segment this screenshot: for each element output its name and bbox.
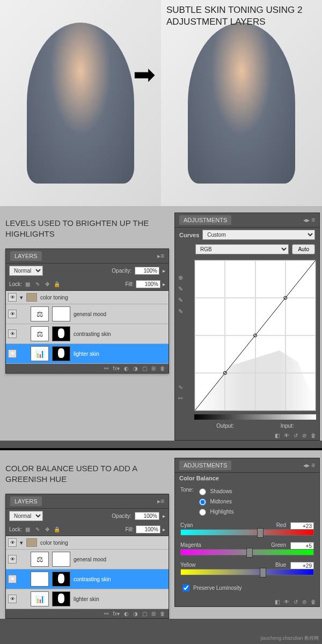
mask-icon[interactable]: ◐ xyxy=(124,365,129,371)
reset-icon[interactable]: ↺ xyxy=(294,599,298,605)
tone-midtones-radio[interactable]: Midtones xyxy=(196,497,233,506)
new-layer-icon[interactable]: ⊞ xyxy=(151,611,156,617)
adjustment-thumb[interactable]: 📊 xyxy=(31,346,49,361)
adjustment-thumb[interactable]: ⚖ xyxy=(31,306,49,321)
reset-icon[interactable]: ↺ xyxy=(294,433,298,438)
panel-menu-icon[interactable]: ▸≡ xyxy=(157,497,164,505)
group-icon[interactable]: ▢ xyxy=(142,365,147,371)
layer-item[interactable]: 👁 ⚖ contrasting skin xyxy=(6,324,169,344)
lock-brush-icon[interactable]: ✎ xyxy=(34,281,41,288)
trash-icon[interactable]: 🗑 xyxy=(160,365,165,371)
view-icon[interactable]: 👁 xyxy=(284,433,289,438)
fill-chevron-icon[interactable]: ▸ xyxy=(163,526,165,532)
blend-mode-select[interactable]: Normal xyxy=(9,266,43,276)
adjustment-thumb[interactable]: ⚖ xyxy=(31,552,49,567)
lock-all-icon[interactable]: 🔒 xyxy=(53,281,61,288)
layer-folder[interactable]: 👁 ▾ color toning xyxy=(6,291,169,304)
trash-icon[interactable]: 🗑 xyxy=(311,599,316,605)
layers-tab[interactable]: LAYERS xyxy=(10,496,42,506)
link-icon[interactable]: ⚯ xyxy=(104,365,108,371)
adjustment-icon[interactable]: ◑ xyxy=(133,611,138,617)
visibility-icon[interactable]: 👁 xyxy=(8,293,17,302)
target-tool-icon[interactable]: ⊕ xyxy=(178,274,191,281)
fill-input[interactable]: 100% xyxy=(136,525,160,533)
new-layer-icon[interactable]: ⊞ xyxy=(151,365,156,371)
opacity-input[interactable]: 100% xyxy=(135,512,159,520)
lock-transparency-icon[interactable]: ▦ xyxy=(24,526,32,533)
visibility-icon[interactable]: 👁 xyxy=(8,555,17,564)
panel-menu-icon[interactable]: ◂▸ ≡ xyxy=(303,216,315,224)
opacity-chevron-icon[interactable]: ▸ xyxy=(163,513,165,519)
mask-icon[interactable]: ◐ xyxy=(124,611,129,617)
tone-shadows-radio[interactable]: Shadows xyxy=(196,487,233,495)
visibility-icon[interactable]: 👁 xyxy=(8,330,17,338)
adjustment-thumb[interactable]: ⚖ xyxy=(31,572,49,587)
layer-item[interactable]: 👁 📊 lighter skin xyxy=(6,589,169,609)
layer-item-selected[interactable]: 👁 ⚖ contrasting skin xyxy=(6,569,169,589)
layers-tab[interactable]: LAYERS xyxy=(10,251,42,261)
trash-icon[interactable]: 🗑 xyxy=(311,433,316,438)
lock-all-icon[interactable]: 🔒 xyxy=(53,526,61,533)
layer-folder[interactable]: 👁 ▾ color toning xyxy=(6,536,169,550)
clip-icon[interactable]: ◧ xyxy=(275,433,280,438)
layer-item[interactable]: 👁 ⚖ general mood xyxy=(6,304,169,324)
fill-chevron-icon[interactable]: ▸ xyxy=(163,281,165,287)
opacity-chevron-icon[interactable]: ▸ xyxy=(163,268,165,274)
mask-thumb[interactable] xyxy=(52,591,70,606)
pencil-tool-icon[interactable]: ✏ xyxy=(178,395,191,402)
panel-menu-icon[interactable]: ▸≡ xyxy=(157,252,164,260)
folder-arrow-icon[interactable]: ▾ xyxy=(20,539,23,546)
eyedropper-white-icon[interactable]: ✎ xyxy=(178,308,191,315)
folder-arrow-icon[interactable]: ▾ xyxy=(20,294,23,301)
visibility-icon[interactable]: 👁 xyxy=(8,575,17,583)
curves-graph[interactable] xyxy=(194,260,316,411)
mask-thumb[interactable] xyxy=(52,346,70,361)
yellow-blue-slider[interactable] xyxy=(180,569,314,575)
slider-thumb[interactable] xyxy=(246,548,253,558)
layer-item[interactable]: 👁 ⚖ general mood xyxy=(6,550,169,569)
adjustment-thumb[interactable]: ⚖ xyxy=(31,326,49,341)
cyan-red-slider[interactable] xyxy=(180,529,314,536)
view-icon[interactable]: 👁 xyxy=(284,599,289,605)
auto-button[interactable]: Auto xyxy=(292,244,315,254)
visibility-icon[interactable]: 👁 xyxy=(8,538,17,547)
mask-thumb[interactable] xyxy=(52,572,70,587)
fill-input[interactable]: 100% xyxy=(136,280,160,288)
curve-tool-icon[interactable]: ∿ xyxy=(178,384,191,391)
fx-icon[interactable]: fx▾ xyxy=(113,365,120,371)
magenta-green-slider[interactable] xyxy=(180,549,314,555)
preserve-luminosity-checkbox[interactable] xyxy=(182,584,189,591)
slider-thumb[interactable] xyxy=(257,528,264,538)
visibility-icon[interactable]: 👁 xyxy=(8,595,17,603)
adjustments-tab[interactable]: ADJUSTMENTS xyxy=(179,460,231,470)
panel-menu-icon[interactable]: ◂▸ ≡ xyxy=(303,462,315,469)
layer-item-selected[interactable]: 👁 📊 lighter skin xyxy=(6,344,169,364)
opacity-input[interactable]: 100% xyxy=(135,267,159,275)
trash-icon[interactable]: 🗑 xyxy=(160,611,165,617)
slider-thumb[interactable] xyxy=(260,568,266,577)
prev-icon[interactable]: ⊘ xyxy=(302,599,306,605)
visibility-icon[interactable]: 👁 xyxy=(8,349,17,358)
channel-select[interactable]: RGB xyxy=(195,244,289,254)
fx-icon[interactable]: fx▾ xyxy=(113,611,120,617)
adjustment-thumb[interactable]: 📊 xyxy=(31,591,49,606)
lock-move-icon[interactable]: ✥ xyxy=(43,281,51,288)
eyedropper-gray-icon[interactable]: ✎ xyxy=(178,297,191,304)
mask-thumb[interactable] xyxy=(52,552,70,567)
adjustment-icon[interactable]: ◑ xyxy=(133,365,138,371)
mask-thumb[interactable] xyxy=(52,326,70,341)
clip-icon[interactable]: ◧ xyxy=(275,599,280,605)
lock-transparency-icon[interactable]: ▦ xyxy=(24,281,32,288)
lock-move-icon[interactable]: ✥ xyxy=(43,526,51,533)
lock-brush-icon[interactable]: ✎ xyxy=(34,526,41,533)
tone-highlights-radio[interactable]: Highlights xyxy=(196,507,233,516)
prev-icon[interactable]: ⊘ xyxy=(302,433,306,438)
blend-mode-select[interactable]: Normal xyxy=(9,511,43,521)
visibility-icon[interactable]: 👁 xyxy=(8,310,17,318)
preset-select[interactable]: Custom xyxy=(202,230,315,240)
mask-thumb[interactable] xyxy=(52,306,70,321)
group-icon[interactable]: ▢ xyxy=(142,611,147,617)
adjustments-tab[interactable]: ADJUSTMENTS xyxy=(179,215,231,225)
link-icon[interactable]: ⚯ xyxy=(104,611,108,617)
eyedropper-black-icon[interactable]: ✎ xyxy=(178,286,191,292)
